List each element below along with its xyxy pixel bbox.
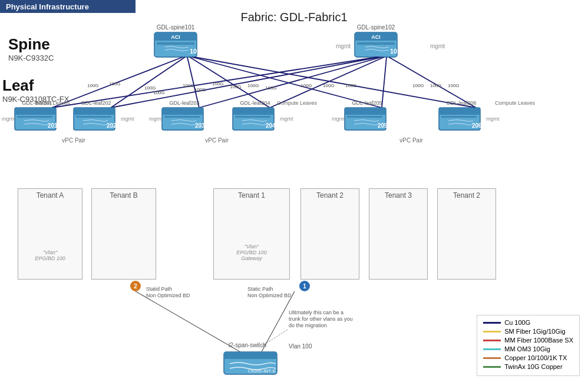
svg-text:Compute Leaves: Compute Leaves xyxy=(495,100,536,106)
svg-text:vPC Pair: vPC Pair xyxy=(62,137,85,144)
svg-text:mgmt: mgmt xyxy=(280,116,293,122)
svg-rect-6 xyxy=(157,42,194,45)
svg-text:GDL-leaf204: GDL-leaf204 xyxy=(240,100,270,106)
svg-rect-101 xyxy=(224,352,277,359)
svg-text:vPC Pair: vPC Pair xyxy=(399,137,423,144)
legend-line-cu100g xyxy=(483,322,501,324)
svg-text:Non Optimized BD: Non Optimized BD xyxy=(247,292,292,298)
svg-text:204: 204 xyxy=(266,122,276,129)
svg-rect-53 xyxy=(74,108,115,115)
svg-rect-66 xyxy=(233,108,274,115)
svg-text:100G: 100G xyxy=(412,83,424,88)
legend-line-smfiber xyxy=(483,331,501,333)
legend-item-mmom3: MM OM3 10Gig xyxy=(483,345,573,353)
svg-text:ACI: ACI xyxy=(371,34,381,40)
legend-line-mmom3 xyxy=(483,348,501,350)
svg-text:100G: 100G xyxy=(247,83,259,88)
svg-rect-67 xyxy=(235,116,270,118)
svg-text:100G: 100G xyxy=(323,83,335,88)
legend-line-copper xyxy=(483,357,501,359)
svg-text:Vlan 100: Vlan 100 xyxy=(289,343,312,350)
legend-label-copper: Copper 10/100/1K TX xyxy=(504,354,567,361)
svg-text:100G: 100G xyxy=(194,87,206,92)
svg-text:205: 205 xyxy=(378,122,388,129)
svg-text:do the migration: do the migration xyxy=(289,322,327,328)
legend-label-cu100g: Cu 100G xyxy=(504,319,530,326)
legend-label-smfiber: SM Fiber 1Gig/10Gig xyxy=(504,328,565,335)
svg-text:mgmt: mgmt xyxy=(149,116,163,122)
svg-text:100G: 100G xyxy=(87,83,99,88)
legend-label-mmfiber: MM Fiber 1000Base SX xyxy=(504,337,573,344)
svg-rect-80 xyxy=(441,116,477,118)
svg-rect-60 xyxy=(162,108,203,115)
svg-text:mgmt: mgmt xyxy=(336,43,351,49)
legend-item-smfiber: SM Fiber 1Gig/10Gig xyxy=(483,328,573,335)
svg-line-24 xyxy=(382,57,387,108)
legend-line-mmfiber xyxy=(483,340,501,341)
svg-text:GDL-leaf205: GDL-leaf205 xyxy=(352,100,382,106)
svg-text:GDL-leaf202: GDL-leaf202 xyxy=(81,100,111,106)
svg-text:100G: 100G xyxy=(212,81,224,87)
svg-text:100G: 100G xyxy=(448,83,460,88)
svg-text:100G: 100G xyxy=(430,83,442,88)
svg-rect-48 xyxy=(17,116,52,118)
legend-label-twinax: TwinAx 10G Copper xyxy=(504,363,562,370)
svg-text:C9200-48T-E: C9200-48T-E xyxy=(247,368,276,374)
svg-text:100G: 100G xyxy=(345,83,357,88)
svg-text:mgmt: mgmt xyxy=(486,116,500,122)
svg-text:1: 1 xyxy=(303,283,306,290)
legend-item-cu100g: Cu 100G xyxy=(483,319,573,326)
svg-line-19 xyxy=(194,57,476,108)
legend-line-twinax xyxy=(483,366,501,368)
svg-rect-79 xyxy=(439,108,480,115)
svg-text:Static Path: Static Path xyxy=(247,286,273,292)
svg-text:mgmt: mgmt xyxy=(121,116,134,122)
svg-rect-74 xyxy=(347,116,382,118)
svg-text:Ulitmately this can be a: Ulitmately this can be a xyxy=(289,310,343,315)
svg-text:GDL-spine101: GDL-spine101 xyxy=(157,24,195,31)
svg-text:Compute Leaves: Compute Leaves xyxy=(277,100,318,106)
svg-text:2: 2 xyxy=(134,283,137,290)
legend-item-copper: Copper 10/100/1K TX xyxy=(483,354,573,361)
svg-rect-61 xyxy=(164,116,200,118)
svg-text:100G: 100G xyxy=(109,81,121,87)
svg-text:206: 206 xyxy=(472,122,482,129)
svg-text:102: 102 xyxy=(390,48,401,55)
svg-text:mgmt: mgmt xyxy=(430,43,445,49)
legend-label-mmom3: MM OM3 10Gig xyxy=(504,345,550,353)
svg-text:l2-span-switch: l2-span-switch xyxy=(229,342,266,348)
svg-rect-73 xyxy=(345,108,386,115)
network-diagram: mgmt mgmt GDL-spine101 ACI 101 GDL-spine… xyxy=(0,0,588,188)
svg-text:100G: 100G xyxy=(183,83,194,88)
legend-item-twinax: TwinAx 10G Copper xyxy=(483,363,573,370)
svg-text:GDL-spine102: GDL-spine102 xyxy=(357,24,395,31)
svg-text:trunk for other vlans as you: trunk for other vlans as you xyxy=(289,316,353,322)
svg-text:202: 202 xyxy=(107,122,117,129)
svg-rect-54 xyxy=(76,116,111,118)
svg-text:Statid Path: Statid Path xyxy=(146,286,172,292)
svg-text:vPC Pair: vPC Pair xyxy=(205,137,229,144)
svg-text:100G: 100G xyxy=(230,84,242,89)
svg-text:Non Optimized BD: Non Optimized BD xyxy=(146,292,190,298)
svg-text:101: 101 xyxy=(190,48,200,55)
svg-rect-12 xyxy=(357,42,395,45)
svg-text:201: 201 xyxy=(48,122,58,129)
svg-text:mgmt: mgmt xyxy=(2,116,15,122)
legend: Cu 100G SM Fiber 1Gig/10Gig MM Fiber 100… xyxy=(477,315,580,376)
svg-text:GDL-leaf206: GDL-leaf206 xyxy=(446,100,476,106)
svg-text:ACI: ACI xyxy=(171,34,180,40)
svg-text:203: 203 xyxy=(195,122,205,129)
svg-rect-47 xyxy=(15,108,56,115)
svg-text:GDL-leaf203: GDL-leaf203 xyxy=(169,100,199,106)
svg-text:100G: 100G xyxy=(300,83,312,88)
legend-item-mmfiber: MM Fiber 1000Base SX xyxy=(483,337,573,344)
svg-text:mgmt: mgmt xyxy=(332,116,345,122)
svg-text:GDL-leaf201: GDL-leaf201 xyxy=(22,100,52,106)
svg-text:100G: 100G xyxy=(153,90,165,95)
svg-text:100G: 100G xyxy=(265,85,277,91)
